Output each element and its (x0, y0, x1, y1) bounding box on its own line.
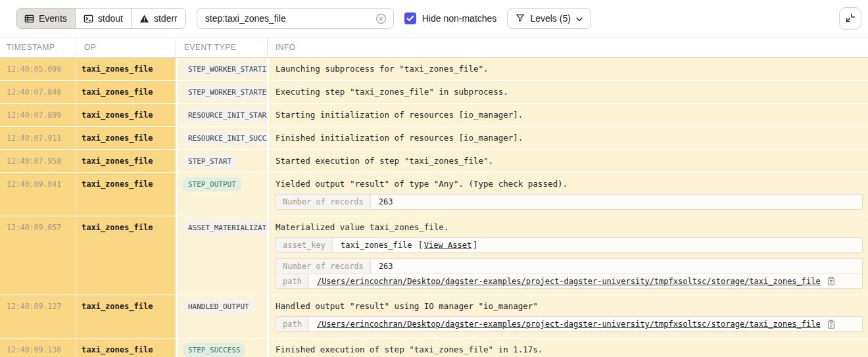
header-timestamp: TIMESTAMP (0, 37, 76, 57)
table-row: 12:40:07.958taxi_zones_fileSTEP_STARTSta… (0, 150, 868, 173)
info-cell: Starting initialization of resources [io… (267, 104, 868, 126)
copy-path-icon[interactable] (827, 320, 836, 329)
log-filter-field (197, 8, 394, 29)
timestamp-cell: 12:40:09.057 (0, 216, 76, 295)
table-row: 12:40:07.848taxi_zones_fileSTEP_WORKER_S… (0, 81, 868, 104)
info-cell: Started execution of step "taxi_zones_fi… (267, 150, 868, 172)
tab-stdout[interactable]: stdout (76, 9, 132, 28)
op-cell: taxi_zones_file (76, 127, 176, 149)
metadata-label: path (276, 317, 309, 331)
event-rows: 12:40:05.099taxi_zones_fileSTEP_WORKER_S… (0, 58, 868, 357)
metadata-table: path/Users/erincochran/Desktop/dagster-e… (276, 316, 863, 332)
event-type-cell: STEP_START (176, 150, 267, 172)
info-text: Executing step "taxi_zones_file" in subp… (276, 87, 863, 97)
timestamp-cell: 12:40:09.127 (0, 295, 76, 338)
event-type-tag: RESOURCE_INIT_SUCC… (183, 131, 276, 145)
timestamp-cell: 12:40:07.958 (0, 150, 76, 172)
event-log-panel: Events stdout (0, 0, 868, 357)
info-cell: Yielded output "result" of type "Any". (… (267, 173, 868, 216)
info-text: Launching subprocess for "taxi_zones_fil… (276, 64, 863, 74)
levels-filter-label: Levels (5) (530, 13, 570, 24)
table-row: 12:40:07.899taxi_zones_fileRESOURCE_INIT… (0, 104, 868, 127)
table-row: 12:40:07.911taxi_zones_fileRESOURCE_INIT… (0, 127, 868, 150)
tab-stdout-label: stdout (98, 13, 123, 24)
timestamp-cell: 12:40:05.099 (0, 58, 76, 80)
table-row: 12:40:09.041taxi_zones_fileSTEP_OUTPUTYi… (0, 173, 868, 216)
info-text: Starting initialization of resources [io… (276, 110, 863, 120)
clear-search-icon[interactable] (375, 13, 387, 24)
event-type-tag: ASSET_MATERIALIZAT… (183, 221, 276, 235)
table-row: 12:40:09.127taxi_zones_fileHANDLED_OUTPU… (0, 295, 868, 339)
metadata-label: path (276, 274, 309, 288)
log-filter-input[interactable] (205, 13, 370, 24)
info-cell: Materialized value taxi_zones_file.asset… (267, 216, 868, 295)
hide-non-matches-label: Hide non-matches (422, 13, 497, 24)
event-type-tag: HANDLED_OUTPUT (183, 300, 254, 314)
op-cell: taxi_zones_file (76, 150, 176, 172)
info-cell: Launching subprocess for "taxi_zones_fil… (267, 58, 868, 80)
hide-non-matches-checkbox[interactable]: Hide non-matches (404, 12, 497, 24)
info-text: Materialized value taxi_zones_file. (276, 222, 863, 232)
checkbox-checked-icon (404, 12, 416, 24)
timestamp-cell: 12:40:07.848 (0, 81, 76, 103)
metadata-value: 263 (371, 195, 862, 209)
metadata-row: asset_keytaxi_zones_file [View Asset] (276, 238, 862, 252)
event-type-cell: STEP_SUCCESS (176, 339, 267, 357)
timestamp-cell: 12:40:07.899 (0, 104, 76, 126)
event-type-cell: STEP_WORKER_STARTED (176, 81, 267, 103)
event-type-cell: STEP_OUTPUT (176, 173, 267, 216)
info-cell: Finished initialization of resources [io… (267, 127, 868, 149)
tab-events[interactable]: Events (16, 9, 76, 28)
event-type-tag: STEP_START (183, 155, 237, 168)
metadata-label: asset_key (276, 238, 333, 252)
info-text: Started execution of step "taxi_zones_fi… (276, 156, 863, 166)
info-text: Finished initialization of resources [io… (276, 133, 863, 143)
view-asset-link[interactable]: View Asset (424, 241, 471, 250)
table-row: 12:40:05.099taxi_zones_fileSTEP_WORKER_S… (0, 58, 868, 81)
tab-stderr-label: stderr (154, 13, 178, 24)
warning-icon (139, 14, 149, 24)
event-type-tag: STEP_SUCCESS (183, 343, 245, 357)
metadata-row: path/Users/erincochran/Desktop/dagster-e… (276, 317, 862, 331)
event-type-tag: STEP_WORKER_STARTI… (183, 62, 276, 76)
event-type-cell: STEP_WORKER_STARTI… (176, 58, 267, 80)
timestamp-cell: 12:40:09.136 (0, 339, 76, 357)
metadata-value-text: 263 (379, 197, 393, 206)
log-type-tabs: Events stdout (16, 8, 186, 29)
timestamp-cell: 12:40:09.041 (0, 173, 76, 216)
op-cell: taxi_zones_file (76, 339, 176, 357)
tab-stderr[interactable]: stderr (132, 9, 185, 28)
header-op: OP (76, 37, 176, 57)
tab-events-label: Events (39, 13, 67, 24)
table-header: TIMESTAMP OP EVENT TYPE INFO (0, 37, 868, 58)
info-text: Yielded output "result" of type "Any". (… (276, 179, 863, 189)
metadata-label: Number of records (276, 195, 371, 209)
chevron-down-icon (576, 13, 583, 24)
op-cell: taxi_zones_file (76, 58, 176, 80)
metadata-value: 263 (371, 259, 862, 274)
copy-path-icon[interactable] (827, 276, 836, 286)
event-type-tag: STEP_OUTPUT (183, 178, 241, 191)
metadata-table: asset_keytaxi_zones_file [View Asset] (276, 237, 863, 253)
metadata-row: path/Users/erincochran/Desktop/dagster-e… (276, 274, 862, 288)
op-cell: taxi_zones_file (76, 104, 176, 126)
info-text: Finished execution of step "taxi_zones_f… (276, 345, 863, 354)
op-cell: taxi_zones_file (76, 216, 176, 295)
info-cell: Executing step "taxi_zones_file" in subp… (267, 81, 868, 103)
info-text: Handled output "result" using IO manager… (276, 301, 863, 311)
info-cell: Finished execution of step "taxi_zones_f… (267, 339, 868, 357)
collapse-panel-button[interactable] (839, 7, 861, 30)
metadata-label: Number of records (276, 259, 371, 274)
event-type-cell: RESOURCE_INIT_SUCC… (176, 127, 267, 149)
event-type-cell: RESOURCE_INIT_STAR… (176, 104, 267, 126)
path-link[interactable]: /Users/erincochran/Desktop/dagster-examp… (317, 277, 821, 286)
event-type-tag: STEP_WORKER_STARTED (183, 85, 276, 99)
filter-funnel-icon (516, 13, 525, 24)
info-cell: Handled output "result" using IO manager… (267, 295, 868, 338)
path-link[interactable]: /Users/erincochran/Desktop/dagster-examp… (317, 320, 821, 329)
op-cell: taxi_zones_file (76, 295, 176, 338)
event-type-cell: ASSET_MATERIALIZAT… (176, 216, 267, 295)
metadata-value: /Users/erincochran/Desktop/dagster-examp… (309, 274, 862, 288)
levels-filter-button[interactable]: Levels (5) (507, 8, 591, 29)
metadata-value: /Users/erincochran/Desktop/dagster-examp… (309, 317, 862, 331)
